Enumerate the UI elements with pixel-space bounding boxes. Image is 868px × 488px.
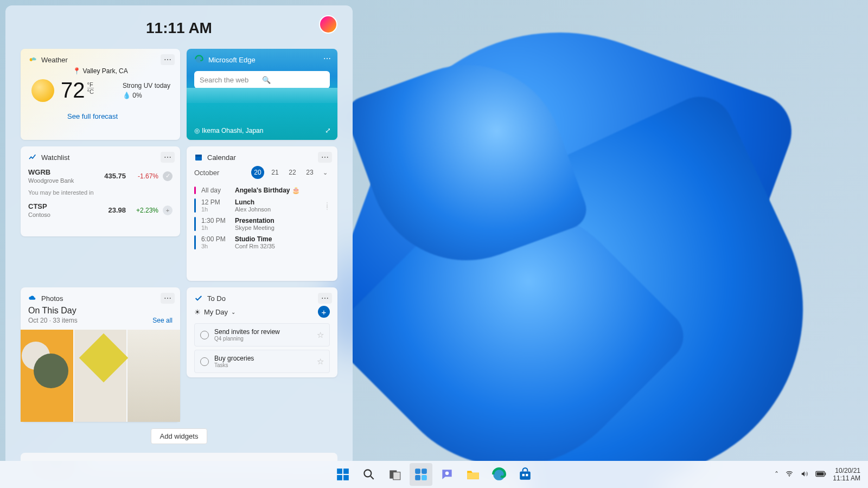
tray-chevron-icon[interactable]: ˄ xyxy=(775,470,778,479)
star-icon[interactable]: ☆ xyxy=(317,330,324,340)
wifi-icon[interactable] xyxy=(785,470,794,479)
calendar-month: October xyxy=(194,169,247,177)
svg-point-8 xyxy=(364,470,371,477)
todo-task[interactable]: Buy groceriesTasks ☆ xyxy=(194,350,330,373)
calendar-more-button[interactable]: ⋯ xyxy=(318,152,332,163)
calendar-event[interactable]: All day Angela's Birthday 🎂 xyxy=(194,184,330,196)
calendar-day[interactable]: 21 xyxy=(269,166,282,179)
svg-point-15 xyxy=(445,472,449,476)
weather-condition: Strong UV today xyxy=(123,82,170,89)
watchlist-icon xyxy=(28,153,37,162)
svg-rect-5 xyxy=(343,468,349,474)
svg-rect-24 xyxy=(825,473,826,476)
add-icon[interactable]: + xyxy=(163,206,173,215)
photos-see-all-link[interactable]: See all xyxy=(152,317,173,324)
todo-title: To Do xyxy=(207,294,226,303)
edge-button[interactable] xyxy=(488,463,510,486)
expand-icon[interactable]: ⤢ xyxy=(325,126,331,134)
edge-more-button[interactable]: ⋯ xyxy=(323,54,331,63)
edge-search-input[interactable]: Search the web 🔍 xyxy=(194,71,330,88)
search-button[interactable] xyxy=(358,463,380,486)
start-button[interactable] xyxy=(331,463,354,486)
edge-photo-location: ◎ Ikema Ohashi, Japan xyxy=(194,127,263,134)
stock-row[interactable]: CTSPContoso 23.98 +2.23% + xyxy=(28,199,173,221)
svg-rect-19 xyxy=(522,474,525,476)
add-widgets-button[interactable]: Add widgets xyxy=(151,428,208,444)
svg-rect-3 xyxy=(195,155,202,156)
calendar-title: Calendar xyxy=(207,153,236,162)
task-view-button[interactable] xyxy=(384,463,406,486)
photos-title: Photos xyxy=(41,294,63,303)
weather-title: Weather xyxy=(41,56,68,64)
file-explorer-button[interactable] xyxy=(462,463,484,486)
chat-button[interactable] xyxy=(436,463,458,486)
sun-outline-icon: ☀ xyxy=(194,308,201,316)
svg-rect-7 xyxy=(343,475,349,480)
user-avatar[interactable] xyxy=(319,15,337,34)
weather-temperature: 72 °F°C xyxy=(61,78,94,102)
weather-precip: 💧 0% xyxy=(123,92,170,99)
search-icon: 🔍 xyxy=(262,76,324,84)
taskbar-clock[interactable]: 10/20/2111:11 AM xyxy=(833,467,860,482)
todo-more-button[interactable]: ⋯ xyxy=(318,293,332,304)
weather-widget[interactable]: Weather ⋯ 📍 Valley Park, CA 72 °F°C Stro… xyxy=(21,49,180,140)
calendar-event[interactable]: 6:00 PM3h Studio TimeConf Rm 32/35 xyxy=(194,233,330,252)
stock-row[interactable]: WGRBWoodgrove Bank 435.75 -1.67% ✓ xyxy=(28,165,173,187)
weather-location: 📍 Valley Park, CA xyxy=(28,67,173,75)
volume-icon[interactable] xyxy=(800,470,809,479)
svg-rect-13 xyxy=(415,475,420,480)
check-icon[interactable]: ✓ xyxy=(163,171,173,181)
svg-rect-10 xyxy=(393,472,400,480)
todo-widget[interactable]: To Do ⋯ ☀ My Day ⌄ + Send invites for re… xyxy=(187,287,337,377)
calendar-widget[interactable]: Calendar ⋯ October 20 21 22 23 ⌄ All day… xyxy=(187,146,337,281)
svg-rect-6 xyxy=(337,475,342,480)
calendar-day[interactable]: 22 xyxy=(286,166,299,179)
edge-title: Microsoft Edge xyxy=(208,56,256,64)
weather-icon xyxy=(28,55,37,64)
task-checkbox[interactable] xyxy=(200,331,209,339)
todo-icon xyxy=(194,294,203,303)
add-task-button[interactable]: + xyxy=(318,306,330,318)
edge-search-placeholder: Search the web xyxy=(200,76,262,84)
watchlist-title: Watchlist xyxy=(41,153,69,162)
calendar-day[interactable]: 20 xyxy=(251,166,264,179)
calendar-event[interactable]: 12 PM1h LunchAlex Johnson ⋮⋮⋮ xyxy=(194,196,330,215)
svg-rect-23 xyxy=(817,472,824,476)
battery-icon[interactable] xyxy=(815,470,826,479)
taskbar: ˄ 10/20/2111:11 AM xyxy=(0,461,868,488)
photo-thumbnails[interactable] xyxy=(21,330,180,422)
edge-widget[interactable]: Microsoft Edge ⋯ Search the web 🔍 ◎ Ikem… xyxy=(187,49,337,140)
task-checkbox[interactable] xyxy=(200,357,209,366)
photos-heading: On This Day xyxy=(28,306,173,316)
svg-rect-20 xyxy=(526,474,528,476)
calendar-icon xyxy=(194,153,203,162)
watchlist-interest-label: You may be interested in xyxy=(28,189,173,196)
photos-subtitle: Oct 20 · 33 items xyxy=(28,317,78,324)
svg-rect-18 xyxy=(520,472,531,480)
svg-rect-16 xyxy=(467,473,479,479)
watchlist-more-button[interactable]: ⋯ xyxy=(161,152,175,163)
calendar-day[interactable]: 23 xyxy=(303,166,316,179)
onedrive-icon xyxy=(28,294,37,303)
weather-more-button[interactable]: ⋯ xyxy=(161,54,175,65)
calendar-event[interactable]: 1:30 PM1h PresentationSkype Meeting xyxy=(194,215,330,233)
edge-icon xyxy=(194,54,204,66)
svg-rect-14 xyxy=(422,475,427,480)
photos-more-button[interactable]: ⋯ xyxy=(161,293,175,304)
star-icon[interactable]: ☆ xyxy=(317,357,324,367)
photos-widget[interactable]: Photos ⋯ On This Day Oct 20 · 33 items S… xyxy=(21,287,180,422)
svg-rect-12 xyxy=(422,468,427,474)
watchlist-widget[interactable]: Watchlist ⋯ WGRBWoodgrove Bank 435.75 -1… xyxy=(21,146,180,236)
svg-rect-11 xyxy=(415,468,420,474)
store-button[interactable] xyxy=(514,463,537,486)
panel-clock: 11:11 AM xyxy=(146,20,212,37)
chevron-down-icon: ⌄ xyxy=(231,309,235,315)
forecast-link[interactable]: See full forecast xyxy=(67,112,118,120)
svg-point-21 xyxy=(789,476,790,477)
widgets-panel: 11:11 AM Weather ⋯ 📍 Valley Park, CA 72 … xyxy=(5,5,353,466)
todo-list-selector[interactable]: ☀ My Day ⌄ xyxy=(194,308,235,316)
svg-rect-4 xyxy=(337,468,342,474)
widgets-button[interactable] xyxy=(410,463,432,486)
chevron-down-icon[interactable]: ⌄ xyxy=(321,169,330,176)
todo-task[interactable]: Send invites for reviewQ4 planning ☆ xyxy=(194,323,330,346)
